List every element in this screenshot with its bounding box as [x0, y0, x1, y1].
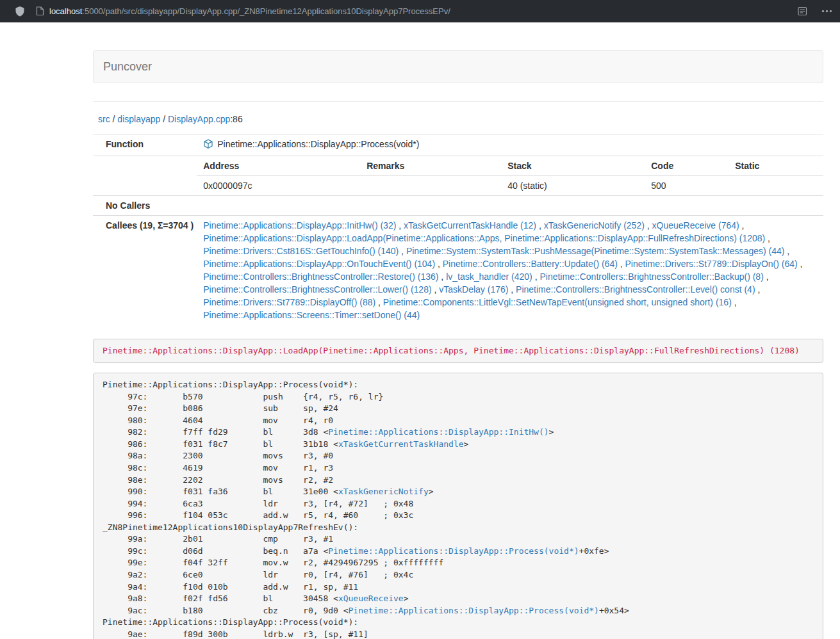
breadcrumb-link[interactable]: displayapp — [117, 114, 160, 124]
callee-link[interactable]: Pinetime::Drivers::Cst816S::GetTouchInfo… — [203, 246, 399, 256]
callee-link[interactable]: Pinetime::Controllers::BrightnessControl… — [203, 284, 431, 295]
assembly-symbol-link[interactable]: Pinetime::Applications::DisplayApp::Proc… — [328, 546, 579, 556]
spacer-cell — [93, 156, 197, 196]
stats-row: Address Remarks Stack Code Static 0x0000… — [93, 156, 823, 196]
callee-link[interactable]: xQueueReceive (764) — [652, 220, 739, 231]
callee-link[interactable]: vTaskDelay (176) — [439, 284, 508, 295]
symbol-stats-table: Address Remarks Stack Code Static 0x0000… — [197, 156, 823, 195]
function-label: Function — [93, 134, 197, 156]
callee-link[interactable]: xTaskGetCurrentTaskHandle (12) — [404, 220, 536, 231]
assembly-symbol-link[interactable]: Pinetime::Applications::DisplayApp::Init… — [328, 427, 548, 437]
breadcrumb-link[interactable]: src — [98, 114, 110, 124]
highlighted-symbol-box: Pinetime::Applications::DisplayApp::Load… — [93, 339, 823, 363]
callee-link[interactable]: Pinetime::System::SystemTask::PushMessag… — [406, 246, 785, 256]
column-stack: Stack — [501, 156, 645, 176]
reader-mode-icon[interactable] — [798, 6, 807, 16]
callee-link[interactable]: Pinetime::Components::LittleVgl::SetNewT… — [383, 297, 732, 307]
callees-row: Callees (19, Σ=3704 ) Pinetime::Applicat… — [93, 216, 823, 325]
breadcrumb-links: src / displayapp / DisplayApp.cpp — [98, 114, 230, 124]
callee-link[interactable]: Pinetime::Applications::Screens::Timer::… — [203, 310, 420, 320]
function-table: Function Pinetime::Applications::Display… — [93, 134, 823, 325]
assembly-symbol-link[interactable]: xTaskGetCurrentTaskHandle — [338, 439, 464, 449]
callees-list: Pinetime::Applications::DisplayApp::Init… — [197, 216, 823, 325]
callees-label: Callees (19, Σ=3704 ) — [93, 216, 197, 325]
function-name: Pinetime::Applications::DisplayApp::Proc… — [217, 138, 419, 150]
breadcrumb: src / displayapp / DisplayApp.cpp:86 — [93, 102, 823, 134]
shield-icon[interactable] — [14, 6, 26, 17]
callee-link[interactable]: Pinetime::Controllers::BrightnessControl… — [539, 271, 763, 282]
assembly-symbol-link[interactable]: xQueueReceive — [338, 594, 404, 603]
code-value: 500 — [645, 176, 729, 196]
column-code: Code — [645, 156, 729, 176]
menu-icon[interactable] — [821, 10, 832, 13]
callee-link[interactable]: lv_task_handler (420) — [446, 271, 532, 282]
app-navbar: Puncover — [93, 50, 823, 83]
callee-link[interactable]: Pinetime::Drivers::St7789::DisplayOn() (… — [625, 259, 798, 269]
callee-link[interactable]: Pinetime::Drivers::St7789::DisplayOff() … — [203, 297, 375, 307]
column-address: Address — [197, 156, 360, 176]
highlighted-symbol: Pinetime::Applications::DisplayApp::Load… — [103, 346, 800, 355]
brand-link[interactable]: Puncover — [94, 51, 161, 83]
url-text: localhost:5000/path/src/displayapp/Displ… — [49, 6, 450, 16]
callee-link[interactable]: xTaskGenericNotify (252) — [544, 220, 645, 231]
url-host: localhost — [49, 6, 82, 16]
address-value: 0x0000097c — [197, 176, 360, 196]
assembly-block: Pinetime::Applications::DisplayApp::Proc… — [93, 373, 823, 639]
column-remarks: Remarks — [360, 156, 501, 176]
callee-link[interactable]: Pinetime::Controllers::BrightnessControl… — [516, 284, 755, 295]
no-callers-row: No Callers — [93, 196, 823, 216]
remarks-value — [360, 176, 501, 196]
function-icon — [203, 139, 213, 149]
assembly-symbol-link[interactable]: xTaskGenericNotify — [338, 487, 429, 496]
callee-link[interactable]: Pinetime::Applications::DisplayApp::Init… — [203, 220, 396, 231]
callee-link[interactable]: Pinetime::Controllers::BrightnessControl… — [203, 271, 438, 282]
page-icon — [36, 6, 44, 16]
stack-value: 40 (static) — [501, 176, 645, 196]
browser-chrome: localhost:5000/path/src/displayapp/Displ… — [0, 0, 840, 22]
breadcrumb-link[interactable]: DisplayApp.cpp — [168, 114, 230, 124]
main-content: Puncover src / displayapp / DisplayApp.c… — [93, 50, 823, 639]
address-bar[interactable]: localhost:5000/path/src/displayapp/Displ… — [36, 6, 786, 16]
no-callers-label: No Callers — [93, 196, 197, 216]
stats-header-row: Address Remarks Stack Code Static — [197, 156, 823, 176]
callee-link[interactable]: Pinetime::Applications::DisplayApp::OnTo… — [203, 259, 435, 269]
breadcrumb-line-number: :86 — [230, 114, 242, 124]
static-value — [729, 176, 823, 196]
url-path: :5000/path/src/displayapp/DisplayApp.cpp… — [82, 6, 450, 16]
callee-link[interactable]: Pinetime::Controllers::Battery::Update()… — [443, 259, 618, 269]
assembly-symbol-link[interactable]: Pinetime::Applications::DisplayApp::Proc… — [349, 606, 599, 615]
column-static: Static — [729, 156, 823, 176]
callee-link[interactable]: Pinetime::Applications::DisplayApp::Load… — [203, 233, 765, 243]
function-row: Function Pinetime::Applications::Display… — [93, 134, 823, 156]
stats-value-row: 0x0000097c 40 (static) 500 — [197, 176, 823, 196]
